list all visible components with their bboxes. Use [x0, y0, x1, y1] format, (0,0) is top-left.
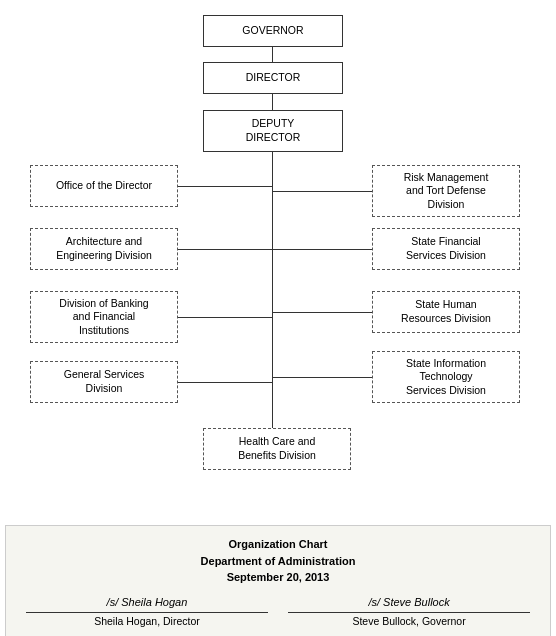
box-gen-services: General Services Division: [30, 361, 178, 403]
line-spine: [272, 152, 273, 428]
line-gov-dir: [272, 47, 273, 62]
line-h-risk: [272, 191, 372, 192]
box-deputy: DEPUTY DIRECTOR: [203, 110, 343, 152]
box-healthcare: Health Care and Benefits Division: [203, 428, 351, 470]
footer-title: Organization Chart Department of Adminis…: [26, 536, 530, 586]
box-risk-mgmt: Risk Management and Tort Defense Divisio…: [372, 165, 520, 217]
line-h-banking: [178, 317, 272, 318]
line-h-financial: [272, 249, 372, 250]
box-state-hr: State Human Resources Division: [372, 291, 520, 333]
line-h-hr: [272, 312, 372, 313]
line-h-office: [178, 186, 272, 187]
sig-block-director: /s/ Sheila Hogan Sheila Hogan, Director: [26, 596, 268, 627]
footer: Organization Chart Department of Adminis…: [5, 525, 551, 636]
org-chart: GOVERNOR DIRECTOR DEPUTY DIRECTOR: [10, 10, 546, 520]
box-office-director: Office of the Director: [30, 165, 178, 207]
line-h-arch: [178, 249, 272, 250]
line-dir-dep: [272, 94, 273, 110]
box-state-info: State Information Technology Services Di…: [372, 351, 520, 403]
footer-signatures: /s/ Sheila Hogan Sheila Hogan, Director …: [26, 596, 530, 627]
box-arch-eng: Architecture and Engineering Division: [30, 228, 178, 270]
line-h-it: [272, 377, 372, 378]
box-director: DIRECTOR: [203, 62, 343, 94]
box-governor: GOVERNOR: [203, 15, 343, 47]
sig-block-governor: /s/ Steve Bullock Steve Bullock, Governo…: [288, 596, 530, 627]
org-chart-area: GOVERNOR DIRECTOR DEPUTY DIRECTOR: [0, 0, 556, 525]
box-banking: Division of Banking and Financial Instit…: [30, 291, 178, 343]
line-h-genserv: [178, 382, 272, 383]
box-state-financial: State Financial Services Division: [372, 228, 520, 270]
